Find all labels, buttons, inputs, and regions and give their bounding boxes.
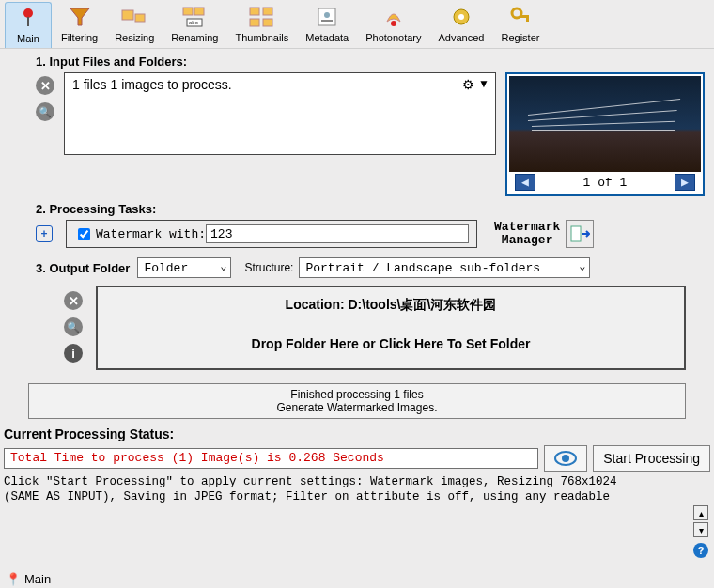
- input-files-box[interactable]: 1 files 1 images to process. ⚙ ▼: [64, 72, 496, 155]
- svg-point-18: [458, 14, 464, 20]
- input-settings-icon[interactable]: ⚙: [462, 77, 474, 92]
- output-location-text: Location: D:\tools\桌面\河东软件园: [105, 297, 676, 314]
- watermark-manager-icon[interactable]: [566, 220, 594, 248]
- watermark-checkbox[interactable]: [78, 228, 90, 240]
- cps-title: Current Processing Status:: [4, 426, 714, 441]
- tab-filtering[interactable]: Filtering: [54, 2, 105, 48]
- footer-main-label: Main: [24, 572, 51, 586]
- watermark-task-box: Watermark with:: [66, 220, 477, 248]
- zoom-output-icon[interactable]: 🔍: [64, 317, 83, 336]
- watermark-text-input[interactable]: [206, 224, 469, 243]
- preview-next-button[interactable]: ▶: [675, 174, 695, 191]
- input-summary-text: 1 files 1 images to process.: [72, 77, 232, 92]
- svg-rect-9: [250, 8, 259, 15]
- status-line1: Finished processing 1 files: [33, 388, 681, 401]
- metadata-icon: [312, 4, 342, 30]
- watermark-manager-button[interactable]: Watermark Manager: [494, 221, 560, 246]
- preview-pager-text: 1 of 1: [583, 176, 628, 190]
- status-line2: Generate Watermarked Images.: [33, 401, 681, 414]
- svg-point-16: [391, 21, 396, 26]
- preview-panel: ◀ 1 of 1 ▶: [505, 72, 705, 196]
- svg-rect-10: [263, 8, 272, 15]
- tab-label: Main: [17, 33, 39, 44]
- clear-output-icon[interactable]: ✕: [64, 291, 83, 310]
- svg-rect-12: [263, 19, 272, 26]
- key-icon: [505, 4, 536, 30]
- processing-time-box: Total Time to process (1) Image(s) is 0.…: [4, 448, 538, 469]
- photonotary-icon: [379, 4, 409, 30]
- zoom-input-icon[interactable]: 🔍: [36, 102, 54, 121]
- progress-status-bar: Finished processing 1 files Generate Wat…: [28, 383, 686, 419]
- log-line: Click "Start Processing" to apply curren…: [4, 475, 691, 490]
- thumbnails-icon: [247, 4, 277, 30]
- svg-rect-11: [250, 19, 259, 26]
- tab-photonotary[interactable]: Photonotary: [358, 2, 428, 48]
- scroll-up-button[interactable]: ▴: [693, 505, 708, 520]
- tab-resizing[interactable]: Resizing: [107, 2, 162, 48]
- svg-rect-20: [520, 15, 529, 18]
- svg-marker-2: [70, 8, 89, 25]
- resize-icon: [119, 4, 149, 30]
- tab-label: Filtering: [61, 32, 98, 43]
- structure-select[interactable]: Portrait / Landscape sub-folders: [299, 257, 590, 278]
- svg-text:abc: abc: [189, 20, 198, 25]
- footer-main-tab[interactable]: 📍 Main: [6, 572, 51, 586]
- svg-rect-22: [571, 226, 581, 241]
- watermark-label: Watermark with:: [96, 227, 206, 241]
- tab-label: Register: [501, 32, 539, 43]
- tab-label: Renaming: [171, 32, 218, 43]
- add-task-button[interactable]: +: [36, 225, 53, 242]
- tab-label: Resizing: [115, 32, 154, 43]
- svg-rect-3: [122, 10, 133, 20]
- footer-pin-icon: 📍: [6, 572, 21, 586]
- processing-log: Click "Start Processing" to apply curren…: [4, 475, 691, 504]
- output-dropzone-hint: Drop Folder Here or Click Here To Set Fo…: [105, 336, 676, 351]
- tab-advanced[interactable]: Advanced: [431, 2, 492, 48]
- gear-icon: [446, 4, 476, 30]
- preview-results-button[interactable]: [544, 445, 587, 472]
- svg-rect-1: [27, 17, 29, 26]
- input-section-title: 1. Input Files and Folders:: [36, 54, 714, 69]
- funnel-icon: [65, 4, 95, 30]
- tab-renaming[interactable]: abc Renaming: [163, 2, 225, 48]
- tab-label: Thumbnails: [235, 32, 288, 43]
- tab-main[interactable]: Main: [5, 2, 52, 48]
- svg-point-24: [562, 455, 569, 462]
- main-toolbar: Main Filtering Resizing abc Renaming Thu…: [0, 0, 714, 49]
- svg-rect-15: [321, 20, 333, 22]
- scroll-down-button[interactable]: ▾: [693, 522, 708, 537]
- preview-image[interactable]: [509, 76, 701, 172]
- svg-rect-5: [183, 8, 193, 15]
- main-pin-icon: [13, 5, 43, 31]
- tab-register[interactable]: Register: [493, 2, 547, 48]
- svg-rect-4: [135, 14, 145, 22]
- svg-rect-6: [194, 8, 204, 15]
- help-icon[interactable]: ?: [693, 543, 708, 558]
- svg-point-14: [324, 12, 330, 18]
- tab-metadata[interactable]: Metadata: [298, 2, 356, 48]
- output-dropzone[interactable]: Location: D:\tools\桌面\河东软件园 Drop Folder …: [96, 286, 686, 370]
- svg-rect-21: [526, 18, 529, 22]
- clear-input-icon[interactable]: ✕: [36, 76, 54, 95]
- start-processing-button[interactable]: Start Processing: [593, 445, 710, 472]
- output-info-icon[interactable]: i: [64, 344, 83, 363]
- output-section-title: 3. Output Folder: [36, 261, 130, 275]
- tab-thumbnails[interactable]: Thumbnails: [227, 2, 296, 48]
- log-line: (SAME AS INPUT), Saving in JPEG format; …: [4, 490, 691, 505]
- tab-label: Metadata: [305, 32, 349, 43]
- structure-label: Structure:: [244, 261, 293, 274]
- tab-label: Photonotary: [365, 32, 421, 43]
- tasks-section-title: 2. Processing Tasks:: [36, 202, 714, 216]
- svg-point-0: [23, 8, 33, 18]
- input-dropdown-icon[interactable]: ▼: [478, 77, 489, 90]
- output-folder-select[interactable]: Folder: [137, 257, 231, 278]
- preview-prev-button[interactable]: ◀: [515, 174, 536, 191]
- rename-icon: abc: [179, 4, 210, 30]
- tab-label: Advanced: [439, 32, 485, 43]
